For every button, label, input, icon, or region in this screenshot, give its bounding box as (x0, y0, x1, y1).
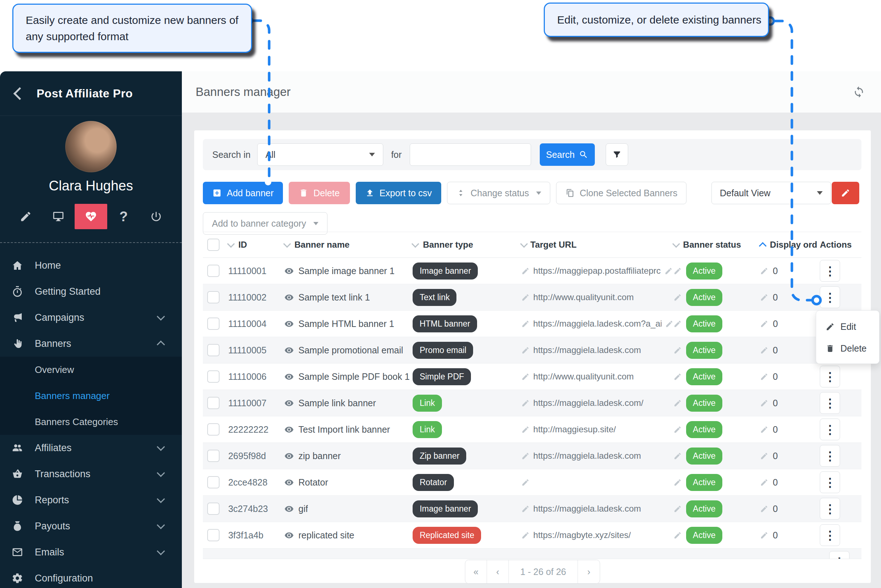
edit-order-pencil-icon[interactable] (760, 478, 768, 487)
row-actions-button[interactable]: ⋮ (820, 471, 840, 493)
table-row[interactable]: 2695f98d zip banner Zip banner https://m… (203, 443, 861, 469)
pagination-next-button[interactable]: › (578, 560, 600, 583)
search-input[interactable] (410, 143, 531, 166)
eye-icon[interactable] (284, 398, 294, 408)
sort-icon[interactable] (412, 240, 419, 248)
row-actions-button[interactable]: ⋮ (820, 445, 840, 467)
edit-url-pencil-icon[interactable] (521, 399, 530, 407)
edit-order-pencil-icon[interactable] (760, 346, 768, 354)
eye-icon[interactable] (284, 345, 294, 355)
sidebar-item-emails[interactable]: Emails (0, 539, 182, 565)
eye-icon[interactable] (284, 319, 294, 328)
sidebar-subitem-banners-categories[interactable]: Banners Categories (0, 409, 182, 435)
sidebar-item-campaigns[interactable]: Campaigns (0, 304, 182, 331)
eye-icon[interactable] (284, 266, 294, 276)
pencil-icon[interactable] (9, 204, 42, 229)
row-actions-button[interactable]: ⋮ (829, 551, 849, 559)
sort-icon[interactable] (520, 240, 528, 248)
row-checkbox[interactable] (207, 370, 219, 383)
sidebar-subitem-banners-manager[interactable]: Banners manager (0, 383, 182, 409)
row-actions-button[interactable]: ⋮ (820, 392, 840, 414)
edit-view-button[interactable] (832, 182, 859, 204)
edit-status-pencil-icon[interactable] (674, 478, 682, 487)
row-checkbox[interactable] (207, 291, 219, 303)
sidebar-item-getting-started[interactable]: Getting Started (0, 278, 182, 304)
edit-order-pencil-icon[interactable] (760, 267, 768, 275)
edit-url-pencil-icon[interactable] (665, 320, 674, 328)
edit-status-pencil-icon[interactable] (674, 505, 682, 513)
sort-icon[interactable] (672, 240, 680, 248)
edit-order-pencil-icon[interactable] (760, 320, 768, 328)
context-delete-item[interactable]: Delete (816, 338, 879, 359)
refresh-icon[interactable] (853, 86, 865, 98)
select-all-checkbox[interactable] (207, 238, 219, 251)
row-actions-button[interactable]: ⋮ (820, 366, 840, 387)
eye-icon[interactable] (284, 504, 294, 513)
edit-order-pencil-icon[interactable] (760, 505, 768, 513)
edit-url-pencil-icon[interactable] (521, 425, 530, 434)
table-row[interactable]: 3f3f1a4b replicated site Replicated site… (203, 522, 861, 549)
add-banner-button[interactable]: Add banner (203, 182, 283, 204)
pagination-first-button[interactable]: « (466, 560, 487, 583)
edit-url-pencil-icon[interactable] (665, 267, 673, 275)
table-row[interactable]: 11110002 Sample text link 1 Text link ht… (203, 284, 861, 310)
row-checkbox[interactable] (207, 318, 219, 330)
edit-status-pencil-icon[interactable] (674, 293, 682, 302)
edit-order-pencil-icon[interactable] (760, 452, 768, 460)
row-actions-button[interactable]: ⋮ (820, 286, 840, 308)
sidebar-subitem-overview[interactable]: Overview (0, 357, 182, 383)
add-to-category-button[interactable]: Add to banner category (203, 212, 328, 235)
eye-icon[interactable] (284, 530, 294, 540)
table-row[interactable]: 3c274b23 gif Image banner https://maggie… (203, 496, 861, 522)
table-row[interactable]: 11110006 Sample Simple PDF book 1 Simple… (203, 363, 861, 390)
sort-active-icon[interactable] (759, 242, 767, 249)
table-row[interactable]: 11110005 Sample promotional email Promo … (203, 337, 861, 363)
row-actions-button[interactable]: ⋮ (820, 418, 840, 440)
edit-url-pencil-icon[interactable] (521, 267, 530, 275)
eye-icon[interactable] (284, 372, 294, 381)
edit-url-pencil-icon[interactable] (521, 505, 530, 513)
edit-order-pencil-icon[interactable] (760, 399, 768, 407)
sort-icon[interactable] (227, 240, 235, 248)
edit-status-pencil-icon[interactable] (674, 452, 682, 460)
eye-icon[interactable] (284, 478, 294, 487)
search-in-select[interactable]: All (257, 143, 383, 166)
sidebar-item-home[interactable]: Home (0, 252, 182, 278)
pagination-prev-button[interactable]: ‹ (487, 560, 509, 583)
row-checkbox[interactable] (207, 476, 219, 488)
view-select[interactable]: Default View (711, 182, 831, 204)
row-actions-button[interactable]: ⋮ (820, 524, 840, 546)
edit-url-pencil-icon[interactable] (521, 373, 530, 381)
edit-url-pencil-icon[interactable] (521, 478, 530, 487)
edit-url-pencil-icon[interactable] (521, 452, 530, 460)
change-status-button[interactable]: Change status (447, 182, 550, 204)
export-csv-button[interactable]: Export to csv (356, 182, 442, 204)
column-header-name[interactable]: Banner name (295, 240, 350, 250)
sidebar-item-reports[interactable]: Reports (0, 487, 182, 513)
column-header-url[interactable]: Target URL (530, 240, 577, 250)
sidebar-item-transactions[interactable]: Transactions (0, 461, 182, 487)
delete-button[interactable]: Delete (289, 182, 350, 204)
edit-url-pencil-icon[interactable] (521, 293, 530, 302)
edit-order-pencil-icon[interactable] (760, 531, 768, 540)
help-icon[interactable]: ? (107, 204, 140, 229)
row-actions-button[interactable]: ⋮ (820, 260, 840, 282)
row-checkbox[interactable] (207, 529, 219, 541)
table-row[interactable]: 11110004 Sample HTML banner 1 HTML banne… (203, 310, 861, 337)
power-icon[interactable] (140, 204, 173, 229)
column-header-status[interactable]: Banner status (683, 240, 741, 250)
edit-status-pencil-icon[interactable] (674, 531, 682, 540)
row-actions-button[interactable]: ⋮ (820, 498, 840, 520)
sidebar-item-configuration[interactable]: Configuration (0, 565, 182, 588)
clone-selected-button[interactable]: Clone Selected Banners (556, 182, 687, 204)
back-chevron-icon[interactable] (14, 87, 26, 100)
eye-icon[interactable] (284, 451, 294, 460)
table-row[interactable]: 11110001 Sample image banner 1 Image ban… (203, 258, 861, 284)
edit-order-pencil-icon[interactable] (760, 425, 768, 434)
column-header-id[interactable]: ID (238, 240, 247, 250)
sidebar-item-payouts[interactable]: Payouts (0, 513, 182, 539)
table-row[interactable]: 2cce4828 Rotator Rotator Active 0 ⋮ (203, 469, 861, 496)
eye-icon[interactable] (284, 425, 294, 434)
row-checkbox[interactable] (207, 423, 219, 436)
monitor-icon[interactable] (42, 204, 75, 229)
